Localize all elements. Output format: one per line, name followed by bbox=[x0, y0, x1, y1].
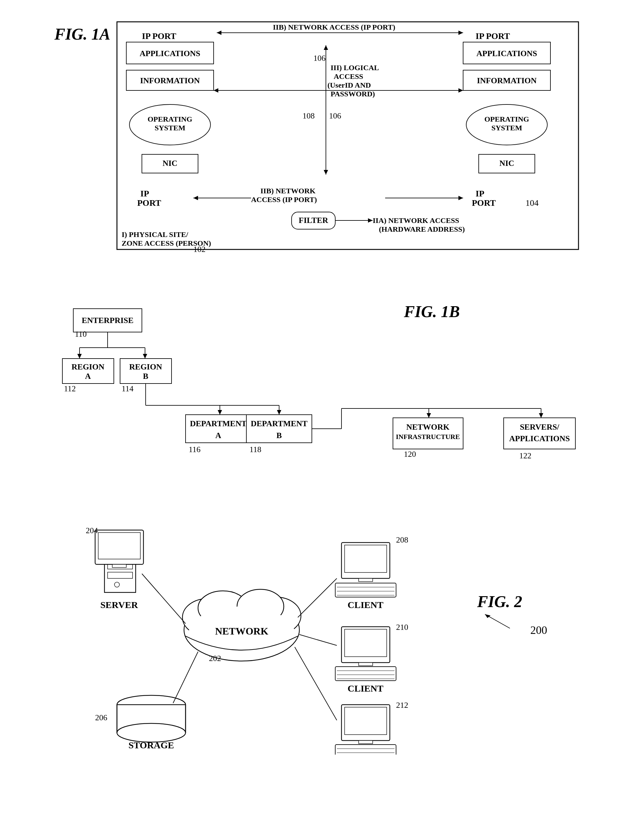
fig2-diagram: FIG. 2 200 204 SERVER bbox=[54, 505, 585, 754]
dept-a-label-1: DEPARTMENT bbox=[190, 419, 246, 428]
network-label: NETWORK bbox=[215, 626, 268, 637]
iii-logical-1: III) LOGICAL bbox=[331, 64, 379, 72]
svg-rect-80 bbox=[335, 583, 396, 597]
ref-108: 108 bbox=[302, 111, 315, 121]
svg-rect-65 bbox=[112, 564, 126, 567]
left-ip-port-bottom-1: IP bbox=[140, 189, 149, 198]
ref-110: 110 bbox=[75, 330, 87, 338]
svg-line-101 bbox=[299, 635, 337, 645]
iib-bottom-label: IIB) NETWORK bbox=[261, 187, 316, 195]
left-ip-port-bottom-2: PORT bbox=[137, 198, 161, 208]
ref-120: 120 bbox=[404, 449, 416, 459]
server-label: SERVER bbox=[100, 600, 138, 610]
servers-apps-label-1: SERVERS/ bbox=[520, 422, 559, 432]
iii-logical-3: (UserID AND bbox=[327, 81, 371, 89]
region-b-label-2: B bbox=[143, 372, 148, 381]
client2-label: CLIENT bbox=[347, 683, 383, 694]
svg-marker-41 bbox=[218, 410, 222, 415]
right-os-line2: SYSTEM bbox=[491, 124, 522, 132]
fig1a-diagram: FIG. 1A IP PORT APPLICATIONS INFORMATION… bbox=[54, 19, 585, 275]
svg-line-100 bbox=[298, 578, 337, 618]
svg-rect-92 bbox=[345, 707, 387, 735]
left-applications: APPLICATIONS bbox=[140, 49, 200, 58]
ref-106-top: 106 bbox=[313, 54, 326, 63]
left-os-line1: OPERATING bbox=[148, 115, 192, 123]
client1-label: CLIENT bbox=[347, 600, 383, 610]
right-ip-port-bottom-1: IP bbox=[475, 189, 484, 198]
dept-a-label-2: A bbox=[215, 431, 221, 440]
svg-marker-43 bbox=[277, 410, 281, 415]
iia-label-2: (HARDWARE ADDRESS) bbox=[379, 225, 465, 233]
region-b-label-1: REGION bbox=[129, 362, 162, 372]
svg-rect-79 bbox=[359, 578, 373, 581]
ref-104: 104 bbox=[526, 198, 539, 208]
svg-marker-32 bbox=[77, 354, 82, 359]
svg-rect-85 bbox=[345, 629, 387, 657]
filter-label: FILTER bbox=[299, 216, 328, 225]
svg-rect-64 bbox=[98, 533, 140, 559]
svg-line-102 bbox=[295, 647, 337, 720]
svg-rect-78 bbox=[345, 545, 387, 572]
svg-rect-93 bbox=[359, 740, 373, 744]
region-a-label-1: REGION bbox=[72, 362, 105, 372]
iia-label-1: IIA) NETWORK ACCESS bbox=[373, 216, 459, 224]
svg-marker-51 bbox=[427, 413, 431, 418]
right-information: INFORMATION bbox=[477, 76, 537, 85]
i-physical-label-1: I) PHYSICAL SITE/ bbox=[122, 230, 188, 238]
left-nic: NIC bbox=[162, 159, 178, 168]
right-os-line1: OPERATING bbox=[484, 115, 529, 123]
svg-rect-87 bbox=[335, 667, 396, 681]
storage-label: STORAGE bbox=[128, 740, 174, 750]
svg-point-62 bbox=[114, 582, 119, 587]
dept-b-label-2: B bbox=[276, 431, 281, 440]
svg-marker-34 bbox=[143, 354, 147, 359]
ref-102: 102 bbox=[193, 245, 205, 254]
iib-bottom-label2: ACCESS (IP PORT) bbox=[251, 195, 317, 203]
left-os-line2: SYSTEM bbox=[154, 124, 185, 132]
ref-212-label: 212 bbox=[396, 700, 408, 710]
ref-208-label: 208 bbox=[396, 535, 408, 545]
ref-114: 114 bbox=[122, 384, 134, 393]
fig1b-svg: ENTERPRISE 110 REGION A 112 REGION B bbox=[54, 299, 585, 480]
svg-line-98 bbox=[142, 574, 186, 624]
page: { "fig1a": { "label": "FIG. 1A", "left_c… bbox=[0, 0, 639, 840]
ref-112: 112 bbox=[64, 384, 76, 393]
fig1b-diagram: FIG. 1B ENTERPRISE 110 REGION A 112 bbox=[54, 299, 585, 480]
iib-top-label: IIB) NETWORK ACCESS (IP PORT) bbox=[273, 23, 396, 31]
right-ip-port-top: IP PORT bbox=[475, 31, 510, 41]
network-infra-label-1: NETWORK bbox=[406, 422, 449, 432]
right-ip-port-bottom-2: PORT bbox=[472, 198, 496, 208]
ref-118: 118 bbox=[250, 445, 261, 454]
ref-116: 116 bbox=[189, 445, 200, 454]
region-a-label-2: A bbox=[85, 372, 91, 381]
servers-apps-label-2: APPLICATIONS bbox=[509, 434, 570, 443]
enterprise-label: ENTERPRISE bbox=[81, 316, 133, 325]
left-information: INFORMATION bbox=[140, 76, 200, 85]
ref-210-label: 210 bbox=[396, 622, 408, 632]
ref-206-label: 206 bbox=[95, 713, 107, 722]
iii-logical-2: ACCESS bbox=[334, 72, 363, 81]
svg-point-74 bbox=[117, 723, 186, 742]
right-applications: APPLICATIONS bbox=[476, 49, 537, 58]
ref-204-label: 204 bbox=[86, 526, 98, 535]
ref-202-label: 202 bbox=[209, 654, 221, 663]
fig1a-svg: IP PORT APPLICATIONS INFORMATION OPERATI… bbox=[54, 19, 585, 268]
svg-marker-53 bbox=[539, 413, 543, 418]
svg-rect-94 bbox=[335, 745, 396, 754]
svg-rect-61 bbox=[108, 572, 132, 578]
right-nic: NIC bbox=[499, 159, 514, 168]
left-ip-port-top: IP PORT bbox=[142, 31, 176, 41]
ref-106-bottom: 106 bbox=[329, 111, 341, 121]
svg-marker-57 bbox=[485, 614, 491, 618]
iii-logical-4: PASSWORD) bbox=[331, 90, 375, 98]
ref-122: 122 bbox=[519, 451, 531, 460]
fig2-svg: 204 SERVER NETWORK 202 206 bbox=[54, 505, 585, 754]
svg-rect-86 bbox=[359, 662, 373, 666]
dept-b-label-1: DEPARTMENT bbox=[250, 419, 307, 428]
network-infra-label-2: INFRASTRUCTURE bbox=[396, 433, 460, 441]
svg-line-99 bbox=[173, 652, 198, 703]
